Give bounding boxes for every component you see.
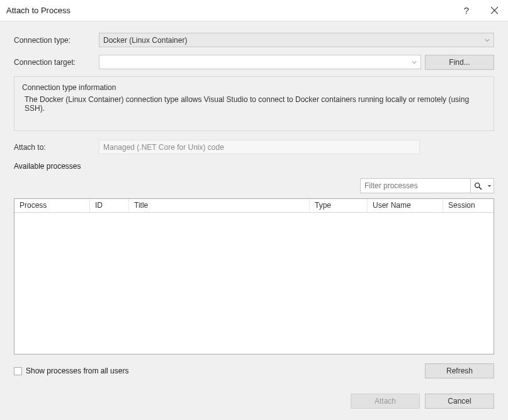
connection-target-field[interactable] — [103, 55, 417, 69]
attach-to-label: Attach to: — [14, 143, 99, 152]
available-processes-label: Available processes — [14, 162, 494, 171]
col-title[interactable]: Title — [129, 199, 310, 212]
chevron-down-icon — [412, 58, 417, 67]
col-id[interactable]: ID — [90, 199, 129, 212]
svg-line-3 — [479, 187, 482, 190]
connection-target-label: Connection target: — [14, 58, 99, 67]
col-process[interactable]: Process — [14, 199, 90, 212]
titlebar: Attach to Process ? — [0, 0, 508, 21]
process-table[interactable]: Process ID Title Type User Name Session — [14, 198, 494, 355]
connection-info-title: Connection type information — [22, 83, 486, 92]
connection-type-combo[interactable]: Docker (Linux Container) — [99, 33, 494, 47]
caret-down-icon — [487, 184, 492, 188]
dialog-footer: Attach Cancel — [0, 386, 508, 420]
table-body — [14, 213, 494, 354]
connection-target-input[interactable] — [99, 55, 421, 69]
find-button[interactable]: Find... — [425, 55, 494, 70]
filter-field[interactable] — [364, 179, 466, 193]
search-button[interactable] — [471, 179, 485, 193]
help-button[interactable]: ? — [453, 0, 480, 21]
svg-point-2 — [475, 183, 479, 187]
col-session[interactable]: Session — [443, 199, 494, 212]
checkbox-icon — [14, 367, 22, 375]
show-all-users-label: Show processes from all users — [26, 366, 128, 375]
close-icon — [491, 7, 498, 14]
refresh-button[interactable]: Refresh — [425, 363, 494, 378]
filter-dropdown[interactable] — [485, 179, 494, 193]
col-type[interactable]: Type — [310, 199, 368, 212]
cancel-button[interactable]: Cancel — [425, 394, 494, 409]
close-button[interactable] — [480, 0, 508, 21]
col-user[interactable]: User Name — [368, 199, 443, 212]
show-all-users-checkbox[interactable]: Show processes from all users — [14, 366, 425, 375]
connection-type-label: Connection type: — [14, 36, 99, 45]
table-header: Process ID Title Type User Name Session — [14, 199, 494, 213]
filter-input[interactable] — [360, 178, 470, 193]
connection-type-value: Docker (Linux Container) — [103, 36, 187, 45]
search-icon — [474, 182, 482, 190]
attach-button[interactable]: Attach — [351, 394, 420, 409]
connection-info-group: Connection type information The Docker (… — [14, 76, 494, 131]
connection-info-body: The Docker (Linux Container) connection … — [22, 95, 486, 113]
attach-to-value: Managed (.NET Core for Unix) code — [99, 140, 420, 154]
window-title: Attach to Process — [6, 6, 453, 15]
chevron-down-icon — [485, 36, 490, 45]
